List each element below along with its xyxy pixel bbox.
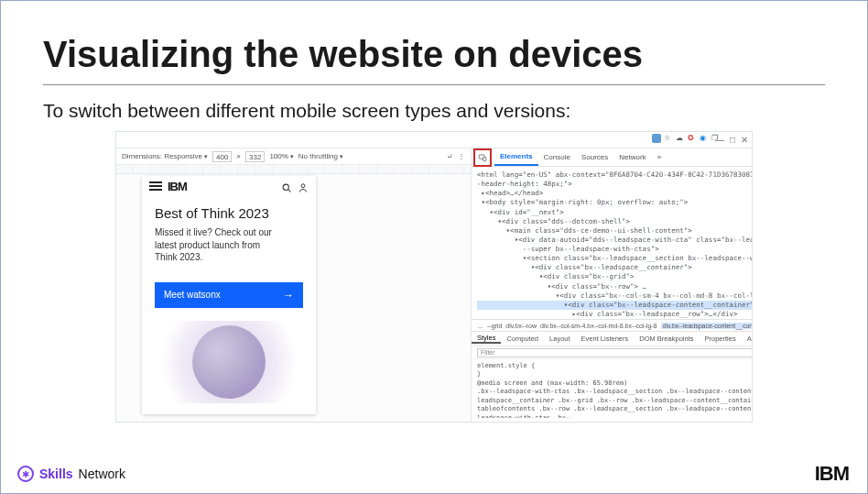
styles-body[interactable]: element.style { } @media screen and (max… [472,359,753,418]
subtab-properties[interactable]: Properties [699,335,741,343]
subtab-listeners[interactable]: Event Listeners [576,335,635,343]
close-icon[interactable]: ✕ [741,135,748,145]
slide: Visualizing the website on devices To sw… [0,0,868,494]
ext-icon[interactable]: ✪ [688,134,697,143]
devtools-pane: Elements Console Sources Network » 3 18 … [472,148,753,422]
cta-button[interactable]: Meet watsonx → [155,282,303,308]
height-input[interactable]: 332 [245,151,265,162]
skills-network-brand: ✱ Skills Network [17,466,125,482]
devtools-screenshot: ☆ ☁ ✪ ◉ ❐ — □ ✕ Dimensions: Responsive 4… [115,131,753,423]
device-preview-pane: Dimensions: Responsive 400 × 332 100% No… [116,148,472,422]
svg-line-1 [288,190,291,192]
slide-title: Visualizing the website on devices [43,34,825,85]
rotate-icon[interactable]: ⤾ [447,152,453,160]
maximize-icon[interactable]: □ [730,135,735,145]
footer-network: Network [79,467,125,481]
styles-filter-row: Filter :hov .cls + ▦ [472,346,753,359]
tab-elements[interactable]: Elements [494,148,538,166]
ibm-logo-footer: IBM [815,462,849,486]
kebab-icon[interactable]: ⋮ [458,152,465,160]
subtab-dombp[interactable]: DOM Breakpoints [634,335,699,343]
subtab-computed[interactable]: Computed [501,335,544,343]
extension-icons: ☆ ☁ ✪ ◉ ❐ [652,134,721,143]
svg-point-2 [301,184,305,188]
user-icon[interactable] [298,181,309,192]
svg-point-0 [283,184,288,190]
site-header: IBM [142,176,316,196]
hero-image [155,321,303,403]
tab-sources[interactable]: Sources [576,148,613,166]
leadspace-title: Best of Think 2023 [155,205,303,221]
arrow-right-icon: → [283,289,294,302]
footer-skills: Skills [39,467,73,481]
elements-dom-tree[interactable]: <html lang="en-US" abx-context="8F6A8704… [472,167,753,319]
ruler [116,165,471,174]
tab-network[interactable]: Network [613,148,651,166]
tab-console[interactable]: Console [538,148,576,166]
footer: ✱ Skills Network IBM [17,462,849,486]
devtools-tab-strip: Elements Console Sources Network » 3 18 … [472,148,753,167]
ibm-logo[interactable]: IBM [168,180,187,193]
search-icon[interactable] [281,181,292,192]
ext-icon[interactable] [652,134,661,143]
star-icon[interactable]: ☆ [664,134,673,143]
dimensions-dropdown[interactable]: Dimensions: Responsive [122,152,208,160]
responsive-toolbar: Dimensions: Responsive 400 × 332 100% No… [116,148,471,165]
ext-icon[interactable]: ◉ [700,134,709,143]
svg-rect-4 [483,157,486,160]
throttling-dropdown[interactable]: No throttling [298,152,343,160]
zoom-dropdown[interactable]: 100% [269,152,293,160]
subtab-layout[interactable]: Layout [544,335,576,343]
subtab-styles[interactable]: Styles [472,334,501,344]
hamburger-icon[interactable] [149,181,162,191]
styles-filter[interactable]: Filter [477,348,753,357]
slide-subtitle: To switch between different mobile scree… [43,100,825,122]
cloud-icon[interactable]: ☁ [676,134,685,143]
width-input[interactable]: 400 [212,151,232,162]
dom-breadcrumb[interactable]: … --grid div.bx--row div.bx--col-sm-4.bx… [472,319,753,332]
by-label: × [236,152,241,160]
browser-chrome-bar: ☆ ☁ ✪ ◉ ❐ — □ ✕ [116,132,752,148]
leadspace-text: Missed it live? Check out our latest pro… [155,226,274,264]
puzzle-icon[interactable]: ❐ [711,134,721,143]
device-toggle-highlighted[interactable] [473,148,492,167]
tab-more[interactable]: » [652,148,667,166]
styles-tab-strip: Styles Computed Layout Event Listeners D… [472,332,753,346]
skills-network-icon: ✱ [17,466,34,482]
cta-label: Meet watsonx [164,290,221,300]
mobile-frame: IBM Best of Think 2023 Missed it live [142,176,316,414]
subtab-accessibility[interactable]: Accessibility [742,335,753,343]
